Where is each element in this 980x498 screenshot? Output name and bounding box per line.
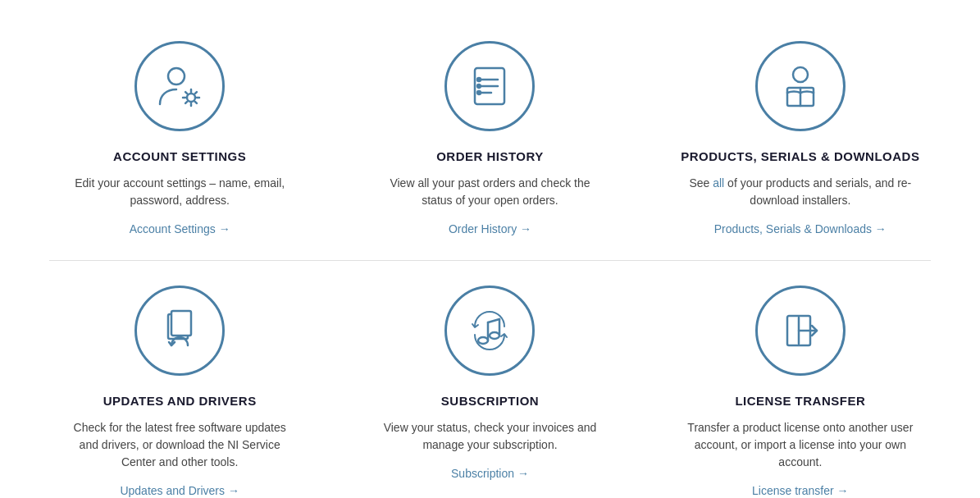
card-account-settings: ACCOUNT SETTINGS Edit your account setti… — [25, 16, 335, 260]
svg-point-6 — [477, 78, 481, 81]
subscription-desc: View your status, check your invoices an… — [375, 419, 604, 454]
license-transfer-desc: Transfer a product license onto another … — [686, 419, 915, 471]
order-history-title: ORDER HISTORY — [436, 149, 544, 163]
license-transfer-title: LICENSE TRANSFER — [735, 394, 865, 408]
account-settings-icon — [134, 41, 225, 131]
card-subscription: SUBSCRIPTION View your status, check you… — [335, 261, 645, 498]
products-title: PRODUCTS, SERIALS & DOWNLOADS — [681, 149, 919, 163]
subscription-icon — [444, 286, 535, 376]
svg-line-16 — [488, 319, 499, 322]
updates-icon — [134, 286, 225, 376]
updates-desc: Check for the latest free software updat… — [65, 419, 294, 471]
products-link[interactable]: Products, Serials & Downloads → — [714, 222, 887, 235]
updates-title: UPDATES AND DRIVERS — [103, 394, 257, 408]
account-settings-link[interactable]: Account Settings → — [130, 222, 230, 235]
account-settings-desc: Edit your account settings – name, email… — [65, 175, 294, 209]
svg-point-8 — [477, 91, 481, 94]
svg-point-14 — [478, 337, 488, 344]
products-desc-highlight: all — [713, 176, 724, 190]
card-products: PRODUCTS, SERIALS & DOWNLOADS See all of… — [645, 16, 955, 260]
card-order-history: ORDER HISTORY View all your past orders … — [335, 16, 645, 260]
products-desc: See all of your products and serials, an… — [686, 175, 915, 209]
order-history-icon — [444, 41, 535, 131]
svg-rect-13 — [171, 311, 191, 336]
svg-point-7 — [477, 85, 481, 88]
subscription-title: SUBSCRIPTION — [441, 394, 539, 408]
card-updates: UPDATES AND DRIVERS Check for the latest… — [25, 261, 335, 498]
svg-point-9 — [793, 67, 808, 82]
license-transfer-icon — [755, 286, 846, 376]
account-settings-title: ACCOUNT SETTINGS — [113, 149, 246, 163]
svg-point-1 — [187, 94, 195, 102]
license-transfer-link[interactable]: License transfer → — [752, 484, 849, 497]
subscription-link[interactable]: Subscription → — [451, 467, 529, 480]
svg-point-18 — [490, 332, 499, 339]
order-history-link[interactable]: Order History → — [449, 222, 531, 235]
order-history-desc: View all your past orders and check the … — [375, 175, 604, 209]
main-grid: ACCOUNT SETTINGS Edit your account setti… — [0, 0, 980, 498]
svg-point-0 — [168, 68, 185, 85]
card-license-transfer: LICENSE TRANSFER Transfer a product lice… — [645, 261, 955, 498]
products-icon — [755, 41, 846, 131]
updates-link[interactable]: Updates and Drivers → — [120, 484, 239, 497]
